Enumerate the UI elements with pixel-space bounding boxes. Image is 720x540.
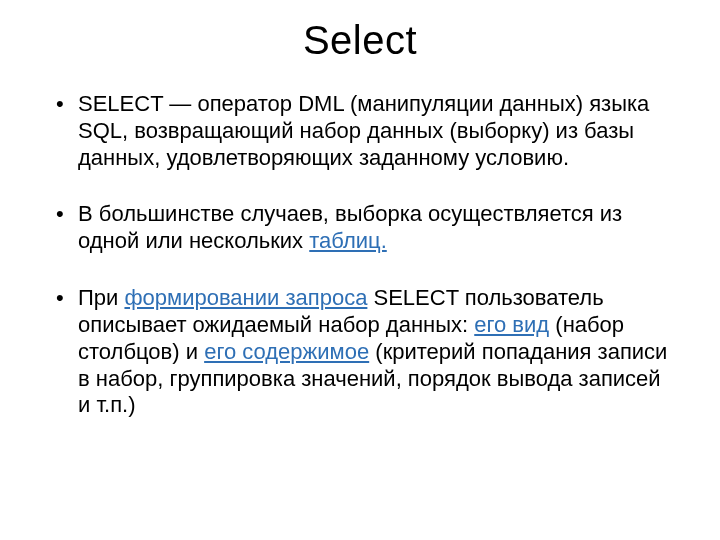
- hyperlink-text[interactable]: его содержимое: [204, 339, 369, 364]
- bullet-item: При формировании запроса SELECT пользова…: [50, 285, 670, 419]
- body-text: SELECT — оператор DML (манипуляции данны…: [78, 91, 649, 170]
- bullet-item: В большинстве случаев, выборка осуществл…: [50, 201, 670, 255]
- hyperlink-text[interactable]: таблиц.: [309, 228, 387, 253]
- bullet-list: SELECT — оператор DML (манипуляции данны…: [50, 91, 670, 419]
- hyperlink-text[interactable]: его вид: [474, 312, 549, 337]
- slide: Select SELECT — оператор DML (манипуляци…: [0, 0, 720, 540]
- body-text: При: [78, 285, 124, 310]
- slide-title: Select: [50, 18, 670, 63]
- bullet-item: SELECT — оператор DML (манипуляции данны…: [50, 91, 670, 171]
- hyperlink-text[interactable]: формировании запроса: [124, 285, 367, 310]
